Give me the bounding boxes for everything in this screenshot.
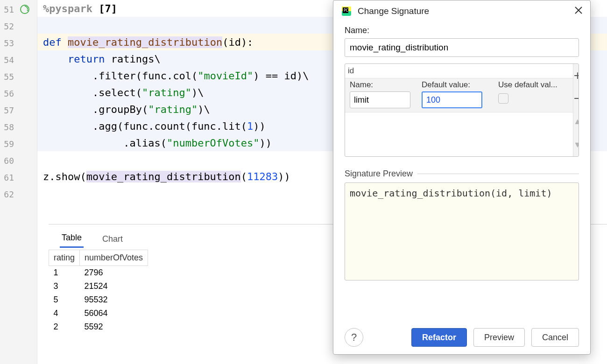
line-number-gutter: 51 52 53 54 55 56 57 58 59 60 61 62 <box>0 0 37 364</box>
move-up-button[interactable]: ▲ <box>573 110 579 133</box>
table-row: 25592 <box>49 320 148 334</box>
cell-rating: 2 <box>49 320 80 334</box>
table-row: 12796 <box>49 266 148 280</box>
number-literal: 1 <box>247 120 253 132</box>
function-name-input[interactable] <box>345 38 579 57</box>
signature-preview: movie_rating_distribution(id, limit) <box>345 182 579 280</box>
cell-rating: 5 <box>49 293 80 307</box>
column-header-rating[interactable]: rating <box>49 250 80 266</box>
signature-preview-label: Signature Preview <box>345 169 579 179</box>
code-text: ( <box>241 171 247 182</box>
function-call: movie_rating_distribution <box>86 171 241 182</box>
line-number: 53 <box>0 38 17 48</box>
cell-magic: %pyspark <box>43 3 92 14</box>
line-number: 59 <box>0 139 17 149</box>
cell-rating: 1 <box>49 266 80 280</box>
result-table: rating numberOfVotes 12796 321524 595532… <box>49 250 148 334</box>
cell-votes: 21524 <box>80 280 148 293</box>
code-text: )) <box>278 171 290 182</box>
code-text: .agg(func.count(func.lit( <box>43 120 247 132</box>
code-text: )) <box>260 137 272 149</box>
cell-rating: 4 <box>49 307 80 320</box>
refactor-button[interactable]: Refactor <box>411 328 467 347</box>
cell-votes: 5592 <box>80 320 148 334</box>
code-text: )\ <box>191 87 204 98</box>
param-col-usedefault: Use default val... <box>498 80 568 90</box>
param-col-name: Name: <box>350 80 415 90</box>
code-text: )\ <box>198 104 210 115</box>
move-down-button[interactable]: ▼ <box>573 133 579 157</box>
code-text: .select( <box>43 87 142 98</box>
tab-chart[interactable]: Chart <box>100 230 125 248</box>
function-signature: (id): <box>222 36 253 48</box>
add-parameter-button[interactable]: + <box>573 64 579 87</box>
table-row: 456064 <box>49 307 148 320</box>
table-row: 595532 <box>49 293 148 307</box>
string-literal: "rating" <box>142 87 191 98</box>
code-text: .filter(func.col( <box>43 70 198 82</box>
tab-table[interactable]: Table <box>60 228 84 248</box>
run-cell-icon[interactable] <box>20 4 30 14</box>
line-number: 54 <box>0 55 17 65</box>
string-literal: "numberOfVotes" <box>167 137 260 149</box>
chevron-down-icon: ▼ <box>573 140 579 150</box>
close-icon[interactable] <box>574 6 583 16</box>
string-literal: "rating" <box>148 104 198 115</box>
pycharm-icon: PC <box>341 6 352 17</box>
param-col-default: Default value: <box>422 80 492 90</box>
dialog-title: Change Signature <box>358 6 569 16</box>
line-number: 56 <box>0 89 17 98</box>
cell-votes: 2796 <box>80 266 148 280</box>
line-number: 52 <box>0 21 17 31</box>
code-text: z.show( <box>43 171 86 182</box>
plus-icon: + <box>574 68 579 83</box>
name-label: Name: <box>345 26 579 35</box>
line-number: 57 <box>0 105 17 115</box>
preview-button[interactable]: Preview <box>473 328 525 347</box>
use-default-checkbox[interactable] <box>498 93 508 104</box>
code-text: )) <box>253 120 266 132</box>
cell-votes: 56064 <box>80 307 148 320</box>
change-signature-dialog: PC Change Signature Name: id Name: <box>333 0 591 355</box>
cell-index: [7] <box>92 3 117 14</box>
parameter-list-row[interactable]: id <box>345 64 573 78</box>
keyword-return: return <box>68 53 105 65</box>
cell-votes: 95532 <box>80 293 148 307</box>
minus-icon: − <box>574 91 579 106</box>
line-number: 58 <box>0 122 17 132</box>
code-text: .groupBy( <box>43 104 148 115</box>
line-number: 55 <box>0 72 17 82</box>
help-icon: ? <box>351 331 357 343</box>
function-name: movie_rating_distribution <box>68 36 222 48</box>
code-text: ratings\ <box>105 53 160 65</box>
param-default-input[interactable] <box>422 91 482 108</box>
string-literal: "movieId" <box>198 70 253 82</box>
svg-text:PC: PC <box>344 8 348 13</box>
line-number: 51 <box>0 5 17 14</box>
line-number: 61 <box>0 173 17 182</box>
code-text: .alias( <box>43 137 167 149</box>
line-number: 60 <box>0 156 17 166</box>
column-header-votes[interactable]: numberOfVotes <box>80 250 148 266</box>
cell-rating: 3 <box>49 280 80 293</box>
table-row: 321524 <box>49 280 148 293</box>
remove-parameter-button[interactable]: − <box>573 87 579 111</box>
help-button[interactable]: ? <box>345 328 363 347</box>
number-literal: 11283 <box>247 171 278 182</box>
parameters-panel: id Name: Default value: Use default val.… <box>345 63 579 157</box>
chevron-up-icon: ▲ <box>573 117 579 126</box>
param-name-input[interactable] <box>350 91 410 108</box>
keyword-def: def <box>43 36 62 48</box>
cancel-button[interactable]: Cancel <box>531 328 579 347</box>
code-text: ) == id)\ <box>253 70 309 82</box>
line-number: 62 <box>0 189 17 199</box>
parameter-chip: id <box>348 66 354 76</box>
